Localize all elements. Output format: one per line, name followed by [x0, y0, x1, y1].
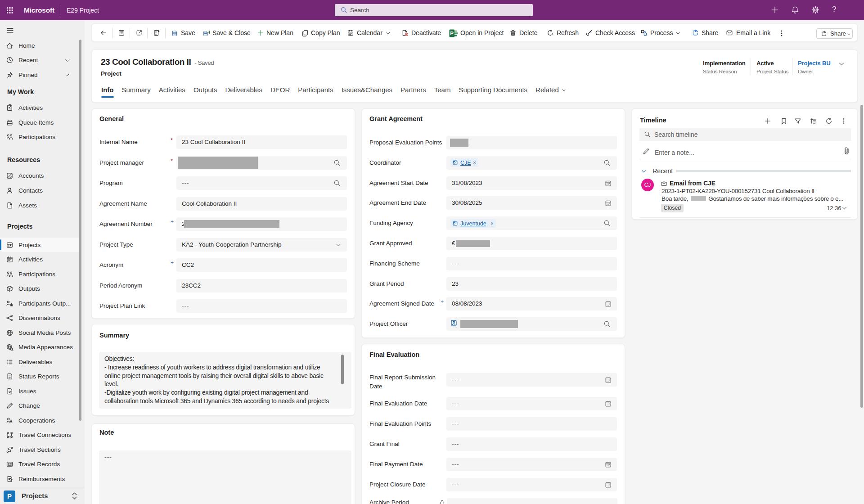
svg-text:P: P [450, 31, 454, 36]
